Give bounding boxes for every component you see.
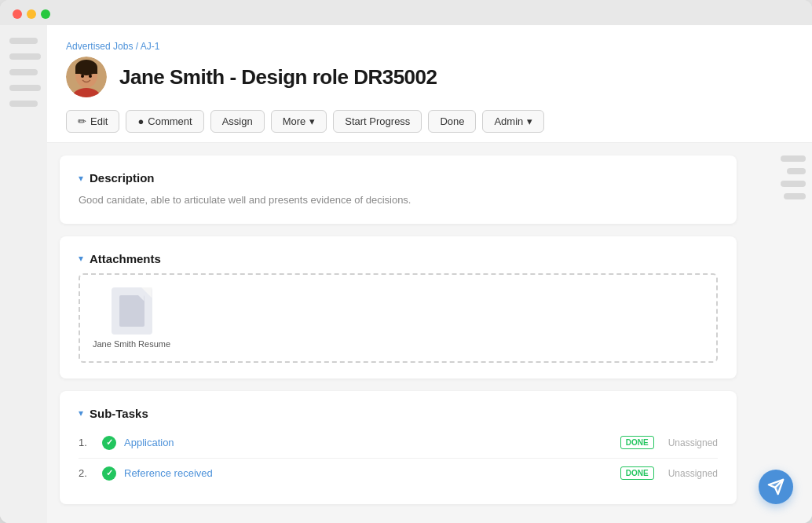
right-placeholder <box>787 168 806 174</box>
chevron-down-icon: ▾ <box>527 115 532 127</box>
sidebar <box>0 25 47 523</box>
attachment-item[interactable]: Jane Smith Resume <box>93 287 170 349</box>
subtask-item: 1. Application DONE Unassigned <box>79 428 718 459</box>
svg-point-5 <box>89 75 92 78</box>
right-sidebar <box>749 143 812 523</box>
description-title: Description <box>90 171 155 185</box>
content-body: ▾ Description Good canidate, able to art… <box>47 143 812 523</box>
edit-icon: ✏ <box>78 115 86 127</box>
send-icon <box>767 478 785 496</box>
page-header: Advertised Jobs / AJ-1 <box>47 25 812 143</box>
file-icon-inner <box>119 295 144 327</box>
browser-content: Advertised Jobs / AJ-1 <box>0 25 812 523</box>
right-placeholder <box>781 181 806 187</box>
avatar <box>66 57 107 97</box>
attachments-header: ▾ Attachments <box>79 252 718 265</box>
breadcrumb-text: Advertised Jobs / AJ-1 <box>66 41 159 52</box>
subtask-number: 1. <box>79 437 94 448</box>
start-progress-button[interactable]: Start Progress <box>333 110 422 133</box>
description-header: ▾ Description <box>79 171 718 185</box>
svg-rect-3 <box>75 68 97 74</box>
file-icon <box>112 287 152 335</box>
subtasks-section: ▾ Sub-Tasks 1. Application DONE Unassign… <box>60 391 737 504</box>
done-button[interactable]: Done <box>428 110 476 133</box>
sidebar-line <box>9 101 38 107</box>
more-button[interactable]: More ▾ <box>271 110 327 133</box>
subtask-name[interactable]: Reference received <box>124 467 613 479</box>
attachments-area: Jane Smith Resume <box>79 273 718 363</box>
chevron-down-icon: ▾ <box>309 115 315 127</box>
comment-button[interactable]: ● Comment <box>126 110 203 133</box>
sidebar-line <box>9 53 41 60</box>
subtask-badge: DONE <box>620 436 654 449</box>
subtask-assignee: Unassigned <box>668 468 718 479</box>
description-text: Good canidate, able to articulate well a… <box>79 192 718 208</box>
breadcrumb: Advertised Jobs / AJ-1 <box>66 41 793 52</box>
sidebar-line <box>9 69 38 75</box>
subtask-badge: DONE <box>620 466 654 480</box>
content-left: ▾ Description Good canidate, able to art… <box>47 143 749 523</box>
page-title-row: Jane Smith - Design role DR35002 <box>66 57 793 97</box>
main-area: Advertised Jobs / AJ-1 <box>47 25 812 523</box>
subtasks-chevron-icon[interactable]: ▾ <box>79 408 83 419</box>
subtask-assignee: Unassigned <box>668 437 718 448</box>
attachments-section: ▾ Attachments Jane Smith Resume <box>60 236 737 379</box>
comment-icon: ● <box>137 115 144 127</box>
subtask-done-icon <box>102 466 116 481</box>
subtasks-list: 1. Application DONE Unassigned 2. Refere… <box>79 428 718 488</box>
svg-point-4 <box>81 75 84 78</box>
description-section: ▾ Description Good canidate, able to art… <box>60 155 737 224</box>
description-chevron-icon[interactable]: ▾ <box>79 173 83 184</box>
attachment-label: Jane Smith Resume <box>93 339 170 349</box>
attachments-chevron-icon[interactable]: ▾ <box>79 253 83 264</box>
sidebar-line <box>9 85 41 91</box>
toolbar: ✏ Edit ● Comment Assign More ▾ <box>66 110 793 142</box>
subtasks-header: ▾ Sub-Tasks <box>79 407 718 420</box>
assign-button[interactable]: Assign <box>210 110 265 133</box>
subtask-item: 2. Reference received DONE Unassigned <box>79 459 718 488</box>
attachments-title: Attachments <box>90 252 161 265</box>
admin-button[interactable]: Admin ▾ <box>482 110 544 133</box>
right-placeholder <box>781 155 806 162</box>
subtask-name[interactable]: Application <box>124 437 613 448</box>
edit-button[interactable]: ✏ Edit <box>66 110 119 133</box>
browser-window: Advertised Jobs / AJ-1 <box>0 0 812 523</box>
traffic-light-yellow[interactable] <box>27 9 36 19</box>
traffic-light-green[interactable] <box>41 9 50 19</box>
page-title: Jane Smith - Design role DR35002 <box>119 65 437 90</box>
traffic-lights <box>13 9 50 19</box>
subtask-done-icon <box>102 436 116 450</box>
floating-action-button[interactable] <box>759 470 793 504</box>
traffic-light-red[interactable] <box>13 9 22 19</box>
sidebar-line <box>9 38 38 44</box>
right-placeholder <box>784 193 806 199</box>
subtasks-title: Sub-Tasks <box>90 407 148 420</box>
subtask-number: 2. <box>79 467 94 479</box>
browser-chrome <box>0 0 812 25</box>
